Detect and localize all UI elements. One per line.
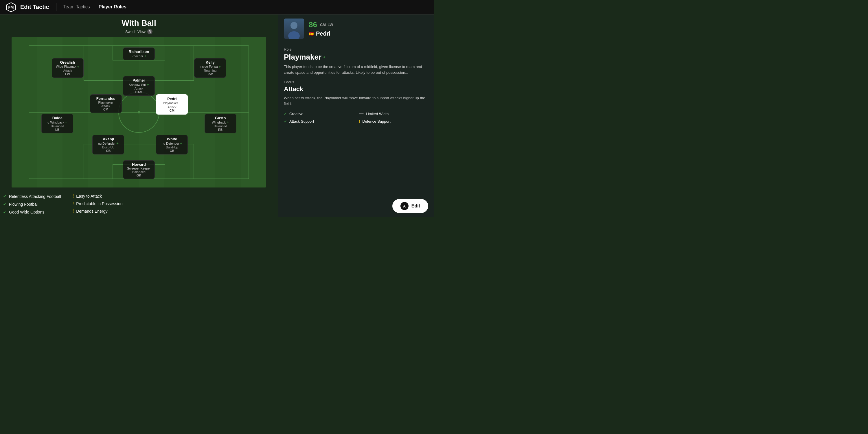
player-positions: CM LW: [320, 23, 333, 27]
focus-description: When set to Attack, the Playmaker will m…: [284, 95, 428, 106]
trait-check-icon: ✓: [3, 202, 7, 207]
player-name-pedri: Pedri: [159, 97, 184, 101]
player-role-fernandes: Playmaker: [93, 101, 119, 104]
pitch-wrapper: Howard Sweeper Keeper Balanced GK Akanji…: [11, 37, 266, 187]
player-name-balde: Balde: [44, 116, 70, 120]
player-card-white[interactable]: White ng Defender + Build-Up CB: [156, 135, 188, 155]
main-content: With Ball Switch View R: [0, 14, 434, 217]
app-logo: FM: [6, 2, 16, 12]
edit-button-row: A Edit: [284, 199, 428, 213]
player-pos-white: CB: [159, 149, 185, 153]
role-section: Role Playmaker + This player tends to be…: [284, 47, 428, 80]
player-pos-fernandes: CM: [93, 107, 119, 111]
player-pos-gusto: RB: [208, 128, 233, 131]
player-name-display: Pedri: [316, 30, 331, 37]
attr-label: Creative: [289, 112, 303, 116]
trait-label: Easy to Attack: [76, 194, 102, 198]
position-lw: LW: [328, 23, 333, 27]
tab-team-tactics[interactable]: Team Tactics: [63, 3, 90, 11]
trait-predictable: ! Predictable in Possession: [73, 201, 123, 206]
player-name-white: White: [159, 137, 185, 141]
trait-check-icon: ✓: [3, 193, 7, 199]
attr-green-check-icon: ✓: [284, 119, 287, 124]
trait-check-icon: ✓: [3, 209, 7, 215]
tab-player-roles[interactable]: Player Roles: [99, 3, 126, 11]
player-card-fernandes[interactable]: Fernandes Playmaker Attack CM: [90, 94, 122, 113]
player-focus-howard: Balanced: [126, 170, 152, 174]
trait-label: Flowing Football: [9, 202, 38, 207]
avatar-silhouette-icon: [286, 22, 302, 39]
player-role-akanji: ng Defender +: [95, 141, 121, 146]
attr-limited-width: — Limited Width: [359, 111, 429, 116]
trait-warn-icon: !: [73, 193, 74, 199]
switch-view-label: Switch View: [125, 30, 146, 34]
player-card-grealish[interactable]: Grealish Wide Playmak + Attack LW: [52, 58, 84, 78]
pitch-title: With Ball: [122, 19, 156, 28]
player-info: 86 CM LW 🇪🇸 Pedri: [309, 20, 428, 37]
player-card-kelly[interactable]: Kelly Inside Forwa + Roaming RW: [194, 58, 226, 78]
player-focus-white: Build-Up: [159, 146, 185, 149]
player-card-howard[interactable]: Howard Sweeper Keeper Balanced GK: [123, 160, 155, 179]
trait-easy-attack: ! Easy to Attack: [73, 193, 123, 199]
switch-view-badge: R: [147, 29, 153, 34]
player-card-gusto[interactable]: Gusto Wingback + Balanced RB: [205, 114, 237, 133]
player-role-gusto: Wingback +: [208, 120, 233, 124]
player-role-palmer: Shadow Stri +: [126, 83, 152, 87]
player-role-richarlison: Poacher +: [126, 54, 152, 58]
trait-label: Demands Energy: [76, 209, 107, 214]
player-card-pedri[interactable]: Pedri Playmaker + Attack CM: [156, 94, 188, 115]
attributes-grid: ✓ Creative — Limited Width ✓ Attack Supp…: [284, 111, 428, 124]
nav-tabs: Team Tactics Player Roles: [63, 3, 126, 11]
player-role-grealish: Wide Playmak +: [55, 64, 81, 69]
trait-label: Predictable in Possession: [76, 202, 122, 206]
player-focus-pedri: Attack: [159, 105, 184, 109]
player-card-balde[interactable]: Balde g Wingback + Balanced LB: [41, 114, 73, 133]
player-pos-akanji: CB: [95, 149, 121, 153]
focus-section: Focus Attack When set to Attack, the Pla…: [284, 80, 428, 111]
player-name-richarlison: Richarlison: [126, 50, 152, 54]
trait-wide-options: ✓ Good Wide Options: [3, 209, 61, 215]
player-focus-gusto: Balanced: [208, 124, 233, 128]
svg-point-16: [290, 22, 298, 29]
attr-defence-support: ! Defence Support: [359, 119, 429, 124]
player-name-fernandes: Fernandes: [93, 96, 119, 101]
player-pos-pedri: CM: [159, 109, 184, 112]
trait-warn-icon: !: [73, 209, 74, 214]
focus-section-label: Focus: [284, 80, 428, 84]
player-avatar: [284, 19, 304, 39]
switch-view-button[interactable]: Switch View R: [125, 29, 153, 34]
attr-warn-icon: !: [359, 119, 360, 124]
player-flag-icon: 🇪🇸: [309, 32, 314, 36]
player-pos-balde: LB: [44, 128, 70, 131]
player-role-balde: g Wingback +: [44, 120, 70, 124]
trait-demands-energy: ! Demands Energy: [73, 209, 123, 214]
player-pos-palmer: CAM: [126, 90, 152, 94]
attr-label: Defence Support: [362, 119, 391, 124]
edit-button-prefix: A: [400, 202, 408, 210]
player-name-palmer: Palmer: [126, 78, 152, 83]
player-role-kelly: Inside Forwa +: [197, 64, 223, 69]
app-title: Edit Tactic: [20, 4, 49, 10]
player-role-pedri: Playmaker +: [159, 101, 184, 105]
player-pos-kelly: RW: [197, 72, 223, 76]
attr-label: Limited Width: [366, 112, 389, 116]
attr-green-check-icon: ✓: [284, 112, 287, 116]
player-pos-howard: GK: [126, 174, 152, 177]
player-card-richarlison[interactable]: Richarlison Poacher +: [123, 48, 155, 60]
player-role-howard: Sweeper Keeper: [126, 167, 152, 170]
header: FM Edit Tactic Team Tactics Player Roles: [0, 0, 434, 14]
svg-point-11: [138, 111, 140, 114]
trait-label: Good Wide Options: [9, 210, 44, 214]
edit-button[interactable]: A Edit: [392, 199, 428, 213]
player-rating: 86: [309, 20, 317, 29]
svg-point-17: [288, 31, 300, 39]
player-meta: 86 CM LW: [309, 20, 428, 29]
trait-flowing: ✓ Flowing Football: [3, 202, 61, 207]
attr-creative: ✓ Creative: [284, 111, 353, 116]
player-name-howard: Howard: [126, 162, 152, 167]
edit-button-label: Edit: [411, 204, 420, 209]
trait-warn-icon: !: [73, 201, 74, 206]
player-card-akanji[interactable]: Akanji ng Defender + Build-Up CB: [92, 135, 124, 155]
positive-traits: ✓ Relentless Attacking Football ✓ Flowin…: [3, 193, 61, 215]
player-card-palmer[interactable]: Palmer Shadow Stri + Attack CAM: [123, 76, 155, 96]
